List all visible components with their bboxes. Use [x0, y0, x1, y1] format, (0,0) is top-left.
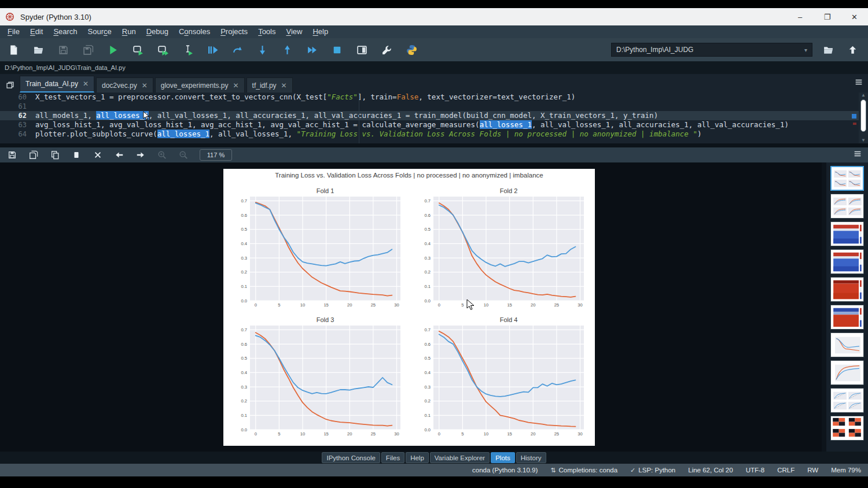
- plot-thumbnails-panel: [826, 162, 868, 452]
- pane-tab-files[interactable]: Files: [381, 452, 404, 463]
- step-into-button[interactable]: [255, 42, 270, 57]
- run-selection-button[interactable]: [180, 42, 195, 57]
- svg-text:0.0: 0.0: [241, 298, 247, 303]
- menu-debug[interactable]: Debug: [141, 25, 174, 38]
- editor-tab-Train_data_AI-py[interactable]: Train_data_AI.py✕: [20, 76, 94, 93]
- svg-text:0.1: 0.1: [424, 283, 431, 289]
- restore-button[interactable]: ❐: [814, 8, 841, 25]
- close-tab-icon[interactable]: ✕: [281, 82, 287, 90]
- run-cell-button[interactable]: [130, 42, 145, 57]
- debug-file-button[interactable]: [205, 42, 220, 57]
- pane-tab-plots[interactable]: Plots: [491, 452, 515, 463]
- menu-view[interactable]: View: [281, 25, 307, 38]
- remove-plot-button[interactable]: [70, 149, 83, 161]
- code-line-60[interactable]: 60X_test_vectors_1 = preprocessor.conver…: [0, 93, 868, 102]
- plot-thumbnail-2-acc-curves[interactable]: [830, 194, 864, 219]
- plot-thumbnail-10-confusion-matrix[interactable]: [830, 416, 864, 441]
- editor-scrollbar[interactable]: ▲ ▼: [859, 93, 868, 143]
- tab-label: Train_data_AI.py: [25, 80, 78, 88]
- menu-help[interactable]: Help: [307, 25, 333, 38]
- editor-tab-tf_idf-py[interactable]: tf_idf.py✕: [247, 77, 293, 93]
- working-directory-combobox[interactable]: D:\Python_Imp\AI_JUDG ▾: [611, 43, 812, 57]
- menu-file[interactable]: File: [2, 25, 25, 38]
- svg-text:0.5: 0.5: [241, 227, 247, 232]
- step-over-button[interactable]: [230, 42, 245, 57]
- plot-zoom-level: 117 %: [200, 149, 232, 161]
- code-line-62[interactable]: 62all_models_1, all_losses_1, all_val_lo…: [0, 111, 868, 120]
- thumbnail-divider[interactable]: [822, 162, 826, 452]
- scroll-up-arrow-icon[interactable]: ▲: [861, 93, 866, 98]
- minimize-button[interactable]: –: [786, 8, 814, 25]
- svg-text:0.4: 0.4: [241, 369, 247, 375]
- previous-plot-button[interactable]: [113, 149, 126, 161]
- python-env-button[interactable]: [404, 42, 419, 57]
- menu-run[interactable]: Run: [117, 25, 141, 38]
- close-tab-icon[interactable]: ✕: [83, 80, 89, 88]
- menu-consoles[interactable]: Consoles: [174, 25, 215, 38]
- svg-text:15: 15: [507, 302, 512, 308]
- plot-thumbnail-1-loss-curves[interactable]: [830, 166, 864, 191]
- plot-thumbnail-7-curve-desc[interactable]: [830, 332, 864, 357]
- stop-button[interactable]: [329, 42, 344, 57]
- svg-text:0: 0: [437, 431, 440, 437]
- scrollbar-thumb[interactable]: [860, 99, 866, 132]
- browse-directory-button[interactable]: [821, 42, 836, 57]
- pane-tab-history[interactable]: History: [516, 452, 546, 463]
- code-line-64[interactable]: 64plotter.plot_subplots_curve(all_losses…: [0, 130, 868, 139]
- next-plot-button[interactable]: [134, 149, 147, 161]
- save-plot-button[interactable]: [6, 149, 19, 161]
- maximize-pane-button[interactable]: [354, 42, 369, 57]
- preferences-button[interactable]: [379, 42, 394, 57]
- copy-plot-button[interactable]: [49, 149, 61, 161]
- svg-text:0.4: 0.4: [424, 241, 431, 246]
- run-file-button[interactable]: [105, 42, 120, 57]
- code-editor[interactable]: 60X_test_vectors_1 = preprocessor.conver…: [0, 93, 868, 143]
- plot-thumbnail-4-heatmap-cool[interactable]: [830, 249, 864, 274]
- code-line-63[interactable]: 63avg_loss_hist_1, avg_val_loss_hist_1, …: [0, 120, 868, 130]
- plots-options-menu-button[interactable]: [853, 149, 862, 161]
- error-marker: [853, 123, 856, 125]
- save-all-plots-button[interactable]: [27, 149, 40, 161]
- tab-label: glove_experiments.py: [161, 82, 229, 90]
- tab-label: tf_idf.py: [252, 82, 277, 90]
- menu-projects[interactable]: Projects: [215, 25, 253, 38]
- pane-tab-help[interactable]: Help: [406, 452, 429, 463]
- parent-directory-button[interactable]: [845, 42, 860, 57]
- editor-tab-doc2vec-py[interactable]: doc2vec.py✕: [96, 77, 153, 93]
- scroll-down-arrow-icon[interactable]: ▼: [861, 138, 866, 143]
- plot-thumbnail-6-heatmap-warm-cool[interactable]: [830, 305, 864, 330]
- new-file-button[interactable]: [6, 42, 21, 57]
- svg-text:0.1: 0.1: [241, 283, 247, 289]
- status-conda-python-3-10-9-: conda (Python 3.10.9): [472, 467, 538, 474]
- menu-edit[interactable]: Edit: [25, 25, 48, 38]
- svg-text:15: 15: [323, 431, 328, 437]
- plot-thumbnail-9-roc-grid[interactable]: [830, 388, 864, 413]
- menu-source[interactable]: Source: [83, 25, 117, 38]
- pane-tab-variable-explorer[interactable]: Variable Explorer: [430, 452, 490, 463]
- menu-tools[interactable]: Tools: [253, 25, 281, 38]
- code-line-61[interactable]: 61: [0, 102, 868, 111]
- close-button[interactable]: ✕: [841, 8, 868, 25]
- svg-text:0.5: 0.5: [424, 227, 431, 232]
- svg-text:0.7: 0.7: [241, 198, 247, 203]
- plot-thumbnail-5-heatmap-warm[interactable]: [830, 277, 864, 302]
- browse-tabs-button[interactable]: [0, 77, 20, 93]
- close-tab-icon[interactable]: ✕: [142, 82, 148, 90]
- run-cell-advance-button[interactable]: [155, 42, 170, 57]
- pane-tab-ipython-console[interactable]: IPython Console: [322, 452, 380, 463]
- plot-thumbnail-8-curve-asc[interactable]: [830, 360, 864, 385]
- open-file-button[interactable]: [31, 42, 46, 57]
- remove-all-plots-button[interactable]: [91, 149, 104, 161]
- editor-tab-glove_experiments-py[interactable]: glove_experiments.py✕: [155, 77, 245, 93]
- plot-thumbnail-3-heatmap-cool[interactable]: [830, 221, 864, 246]
- current-figure[interactable]: Training Loss vs. Validation Loss Across…: [223, 169, 595, 446]
- step-return-button[interactable]: [279, 42, 295, 57]
- close-tab-icon[interactable]: ✕: [233, 82, 239, 90]
- pane-splitter[interactable]: [0, 143, 868, 147]
- menu-search[interactable]: Search: [48, 25, 82, 38]
- editor-options-menu-button[interactable]: [854, 77, 863, 89]
- current-file-path: D:\Python_Imp\AI_JUDG\Train_data_AI.py: [5, 64, 126, 71]
- continue-button[interactable]: [304, 42, 319, 57]
- spyder-window: Spyder (Python 3.10) – ❐ ✕ FileEditSearc…: [0, 0, 868, 488]
- svg-text:0.0: 0.0: [424, 427, 431, 432]
